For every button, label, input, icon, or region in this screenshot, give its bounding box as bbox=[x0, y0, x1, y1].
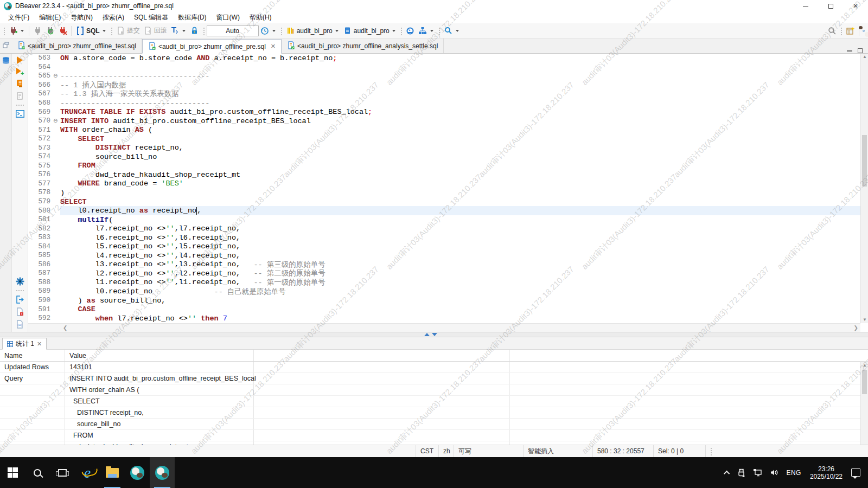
status-item[interactable]: 580 : 32 : 20557 bbox=[592, 445, 653, 457]
run-new-tab-button[interactable]: + bbox=[16, 68, 24, 75]
code-line[interactable]: 570⊖INSERT INTO audit_bi_pro.custom_offl… bbox=[28, 117, 860, 126]
close-icon[interactable]: ✕ bbox=[271, 43, 276, 50]
explain-plan-icon[interactable] bbox=[16, 92, 24, 100]
code-text[interactable]: SELECT bbox=[60, 134, 860, 144]
code-text[interactable]: DISTINCT receipt_no, bbox=[60, 143, 860, 152]
code-line[interactable]: 572 SELECT bbox=[28, 134, 860, 144]
menu-item[interactable]: 数据库(D) bbox=[173, 12, 212, 23]
code-line[interactable]: 580 l0.receipt_no as receipt_no, bbox=[28, 206, 860, 215]
scroll-up-icon[interactable]: ▲ bbox=[861, 54, 868, 60]
code-text[interactable]: ---------------------------------- bbox=[60, 99, 860, 108]
scroll-up-icon[interactable]: ▲ bbox=[861, 362, 868, 369]
status-item[interactable]: 智能插入 bbox=[523, 445, 592, 457]
task-view-button[interactable] bbox=[50, 457, 75, 488]
fold-marker-icon[interactable]: ⊖ bbox=[53, 73, 60, 79]
code-text[interactable]: multiIf( bbox=[60, 215, 860, 224]
code-line[interactable]: 564 bbox=[28, 63, 860, 72]
code-line[interactable]: 589 l0.receipt_no -- 自己就是原始单号 bbox=[28, 287, 860, 296]
tray-expand-button[interactable] bbox=[722, 457, 733, 488]
cell-name[interactable] bbox=[0, 396, 65, 407]
code-text[interactable]: l1.receipt_no <>'',l1.receipt_no, -- 第一级… bbox=[60, 278, 860, 287]
save-file-icon[interactable]: ! bbox=[16, 307, 24, 316]
code-text[interactable]: TRUNCATE TABLE IF EXISTS audit_bi_pro.cu… bbox=[60, 107, 860, 117]
code-line[interactable]: 587 l2.receipt_no <>'',l2.receipt_no, --… bbox=[28, 269, 860, 278]
cell-value[interactable]: FROM bbox=[65, 430, 254, 441]
code-line[interactable]: 583 l6.receipt_no <>'',l6.receipt_no, bbox=[28, 233, 860, 242]
chevron-down-icon[interactable] bbox=[182, 30, 186, 32]
code-line[interactable]: 582 l7.receipt_no <>'',l7.receipt_no, bbox=[28, 224, 860, 233]
action-center-button[interactable] bbox=[847, 457, 868, 488]
internet-explorer-button[interactable]: e bbox=[75, 457, 100, 488]
fold-marker-icon[interactable]: ⊖ bbox=[53, 118, 60, 124]
tx-mode-button[interactable]: Auto bbox=[207, 25, 259, 36]
editor-tab-0[interactable]: <audit_bi_pro> zhumr_offline_test.sql bbox=[12, 38, 142, 53]
code-line[interactable]: 566-- 1 插入国内数据 bbox=[28, 81, 860, 90]
code-text[interactable]: ) bbox=[60, 188, 860, 197]
cell-name[interactable] bbox=[0, 407, 65, 418]
code-text[interactable]: SELECT bbox=[60, 197, 860, 207]
taskbar-clock[interactable]: 23:26 2025/10/22 bbox=[805, 465, 847, 480]
menu-item[interactable]: SQL 编辑器 bbox=[129, 12, 173, 23]
dashboard-button[interactable] bbox=[404, 24, 417, 37]
start-button[interactable] bbox=[0, 457, 25, 488]
kill-connection-button[interactable] bbox=[56, 24, 69, 37]
code-line[interactable]: 592 when l7.receipt_no <>'' then 7 bbox=[28, 314, 860, 323]
code-line[interactable]: 581 multiIf( bbox=[28, 215, 860, 224]
code-line[interactable]: 586 l3.receipt_no <>'',l3.receipt_no, --… bbox=[28, 260, 860, 269]
history-button[interactable] bbox=[259, 24, 278, 37]
scrollbar-thumb[interactable] bbox=[862, 135, 867, 187]
usb-tray-button[interactable] bbox=[733, 457, 749, 488]
cell-value[interactable]: 143101 bbox=[65, 362, 254, 373]
table-row[interactable]: dwd_trade_hkaudit_shop_receipt_mt bbox=[0, 441, 868, 445]
menu-item[interactable]: 搜索(A) bbox=[98, 12, 129, 23]
code-line[interactable]: 575 FROM bbox=[28, 162, 860, 171]
cell-name[interactable] bbox=[0, 419, 65, 429]
database-navigator-icon[interactable] bbox=[2, 56, 10, 65]
code-line[interactable]: 578) bbox=[28, 188, 860, 197]
code-text[interactable] bbox=[60, 63, 860, 72]
code-text[interactable]: INSERT INTO audit_bi_pro.custom_offline_… bbox=[60, 117, 860, 126]
minimize-button[interactable] bbox=[793, 0, 818, 12]
dbeaver-taskbar-button[interactable] bbox=[125, 457, 150, 488]
sql-editor-button[interactable]: SQL bbox=[74, 24, 108, 37]
run-button[interactable] bbox=[17, 56, 23, 64]
chevron-down-icon[interactable] bbox=[456, 30, 459, 32]
horizontal-scrollbar[interactable]: ❮ ❯ bbox=[28, 323, 860, 332]
table-row[interactable]: DISTINCT receipt_no, bbox=[0, 407, 868, 419]
maximize-view-icon[interactable] bbox=[858, 48, 863, 53]
quick-search-button[interactable] bbox=[826, 24, 838, 37]
connect-new-button[interactable] bbox=[7, 24, 27, 37]
code-text[interactable]: when l7.receipt_no <>'' then 7 bbox=[60, 314, 860, 323]
dbeaver-perspective-button[interactable] bbox=[863, 30, 865, 32]
code-line[interactable]: 576 dwd_trade_hkaudit_shop_receipt_mt bbox=[28, 170, 860, 179]
open-perspective-button[interactable] bbox=[844, 24, 857, 37]
chevron-down-icon[interactable] bbox=[21, 30, 24, 32]
menu-item[interactable]: 编辑(E) bbox=[34, 12, 66, 23]
code-text[interactable]: l3.receipt_no <>'',l3.receipt_no, -- 第三级… bbox=[60, 260, 860, 269]
code-line[interactable]: 569TRUNCATE TABLE IF EXISTS audit_bi_pro… bbox=[28, 107, 860, 117]
code-line[interactable]: 590 ) as source_bill_no, bbox=[28, 296, 860, 305]
code-line[interactable]: 563ON a.store_code = b.store_code AND a.… bbox=[28, 54, 860, 63]
code-text[interactable]: l0.receipt_no -- 自己就是原始单号 bbox=[60, 287, 860, 296]
connection-selector[interactable]: audit_bi_pro bbox=[284, 24, 341, 37]
code-text[interactable]: WITH order_chain AS ( bbox=[60, 125, 860, 134]
rollback-button[interactable]: 回滚 bbox=[142, 24, 169, 37]
vertical-scrollbar[interactable]: ▲ ▼ bbox=[860, 54, 868, 323]
current-code-text[interactable]: l0.receipt_no as receipt_no, bbox=[60, 206, 860, 215]
close-button[interactable]: ✕ bbox=[843, 0, 868, 12]
menu-item[interactable]: 文件(F) bbox=[3, 12, 34, 23]
code-text[interactable]: ON a.store_code = b.store_code AND a.rec… bbox=[60, 54, 860, 63]
settings-gear-icon[interactable] bbox=[16, 277, 24, 286]
editor-tab-2[interactable]: <audit_bi_pro> zhumr_offline_analysis_se… bbox=[282, 38, 444, 53]
code-text[interactable]: dwd_trade_hkaudit_shop_receipt_mt bbox=[60, 170, 860, 179]
commit-button[interactable]: 提交 bbox=[114, 24, 142, 37]
code-line[interactable]: 574 source_bill_no bbox=[28, 152, 860, 162]
topology-button[interactable] bbox=[417, 24, 436, 37]
table-row[interactable]: WITH order_chain AS ( bbox=[0, 384, 868, 396]
code-editor[interactable]: 563ON a.store_code = b.store_code AND a.… bbox=[28, 54, 868, 332]
code-line[interactable]: 577 WHERE brand_code = 'BES' bbox=[28, 179, 860, 189]
code-line[interactable]: 579SELECT bbox=[28, 197, 860, 207]
run-script-icon[interactable] bbox=[16, 79, 24, 88]
chevron-down-icon[interactable] bbox=[335, 30, 339, 32]
code-text[interactable]: source_bill_no bbox=[60, 152, 860, 162]
